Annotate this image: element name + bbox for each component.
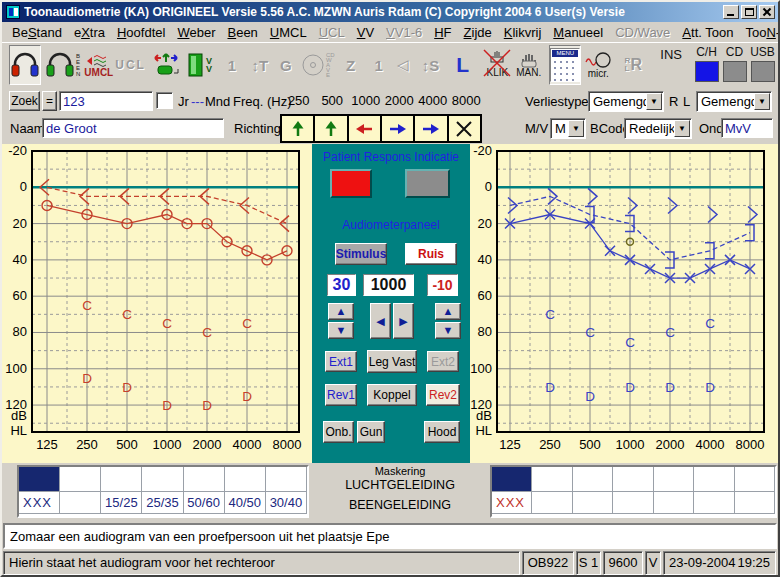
masking-header-cell[interactable]: [532, 467, 572, 492]
masking-header-cell[interactable]: [735, 467, 775, 492]
hood-button[interactable]: Hood: [424, 421, 460, 443]
equals-button[interactable]: =: [42, 91, 57, 111]
masking-table-right-ear[interactable]: XXX15/2525/3550/6040/5030/40: [17, 465, 309, 518]
zoek-button[interactable]: Zoek: [9, 91, 40, 111]
menu-item-bestand[interactable]: BeStand: [6, 24, 68, 41]
svg-text:D: D: [625, 380, 635, 395]
menu-item-zijde[interactable]: Zijde: [458, 24, 498, 41]
dropdown-arrow-icon[interactable]: ▼: [674, 120, 690, 137]
masking-header-cell[interactable]: [573, 467, 613, 492]
verliestype-links-dropdown[interactable]: Gemengd ▼: [696, 91, 772, 112]
masking-header-cell[interactable]: [101, 467, 142, 492]
microfoon-button[interactable]: micr.: [585, 45, 611, 85]
menu-button[interactable]: MENU: [549, 45, 581, 85]
app-icon[interactable]: [6, 5, 20, 19]
richting-button-right-3[interactable]: [382, 116, 415, 141]
ond-input[interactable]: [721, 118, 773, 138]
masking-value-cell[interactable]: [532, 492, 572, 514]
links-kanaal-button[interactable]: L: [453, 45, 473, 85]
freq-up-button[interactable]: ▶: [393, 303, 414, 339]
level-up-button[interactable]: ▲: [328, 303, 354, 320]
jr-field[interactable]: [156, 92, 173, 109]
zoek-input[interactable]: [59, 91, 153, 111]
minimize-button[interactable]: [723, 5, 739, 19]
masking-value-cell[interactable]: 25/35: [142, 492, 183, 514]
richting-button-right-4[interactable]: [415, 116, 448, 141]
masking-value-cell[interactable]: [573, 492, 613, 514]
masking-header-cell[interactable]: [225, 467, 266, 492]
leg-vast-button[interactable]: Leg Vast: [367, 350, 417, 373]
dropdown-arrow-icon[interactable]: ▼: [646, 93, 662, 110]
level-down-button[interactable]: ▼: [328, 322, 354, 339]
menu-item-extra[interactable]: eXtra: [68, 24, 111, 41]
freq-down-button[interactable]: ◀: [370, 303, 391, 339]
masking-up-button[interactable]: ▲: [435, 303, 461, 320]
maximize-icon: [745, 8, 754, 16]
menu-item-been[interactable]: Been: [221, 24, 263, 41]
masking-table-left-ear[interactable]: XXX: [490, 465, 777, 518]
hoofdtelefoon-button[interactable]: [9, 45, 41, 85]
menu-item-umcl[interactable]: UMCL: [264, 24, 313, 41]
ruis-button[interactable]: Ruis: [405, 243, 457, 265]
verliestype-rechts-dropdown[interactable]: Gemengd ▼: [588, 91, 664, 112]
ext2-button[interactable]: Ext2: [427, 351, 459, 372]
masking-value-cell[interactable]: [654, 492, 694, 514]
klik-button[interactable]: KLIK: [487, 45, 509, 85]
menu-item-toon-toon[interactable]: TooN-Toon: [739, 24, 780, 41]
masking-value-cell[interactable]: 40/50: [225, 492, 266, 514]
masking-header-cell[interactable]: [19, 467, 60, 492]
menu-item-hoofdtel[interactable]: Hoofdtel: [111, 24, 171, 41]
stimulus-button[interactable]: Stimulus: [335, 243, 387, 265]
masking-header-cell[interactable]: [654, 467, 694, 492]
vrije-veld-button[interactable]: VV: [188, 45, 212, 85]
menu-item-weber[interactable]: Weber: [171, 24, 221, 41]
richting-button-cross-5[interactable]: [449, 116, 480, 141]
dropdown-arrow-icon[interactable]: ▼: [568, 120, 584, 137]
masking-value-cell[interactable]: XXX: [19, 492, 60, 514]
koppel-button[interactable]: Koppel: [367, 384, 417, 406]
menu-item-manueel[interactable]: Manueel: [547, 24, 609, 41]
masking-value-cell[interactable]: [613, 492, 653, 514]
richting-button-left-2[interactable]: [349, 116, 382, 141]
axis-labels: -20020406080100120dBHL125250500100020004…: [470, 144, 764, 452]
menu-item-vv[interactable]: VV: [351, 24, 380, 41]
masking-header-cell[interactable]: [60, 467, 101, 492]
bcode-dropdown[interactable]: Redelijk ▼: [624, 118, 692, 139]
richting-tool-button[interactable]: [150, 45, 182, 85]
richting-button-up-0[interactable]: [282, 116, 315, 141]
audiogram-left-ear-chart[interactable]: CCCCCDDDDD-20020406080100120dBHL12525050…: [470, 144, 780, 460]
close-button[interactable]: [759, 5, 775, 19]
masking-value-cell[interactable]: XXX: [492, 492, 532, 514]
masking-header-cell[interactable]: [266, 467, 307, 492]
mv-dropdown[interactable]: M ▼: [550, 118, 586, 139]
rev2-button[interactable]: Rev2: [426, 384, 460, 406]
manueel-button[interactable]: MAN.: [516, 45, 541, 85]
dropdown-arrow-icon[interactable]: ▼: [754, 93, 770, 110]
masking-value-cell[interactable]: [694, 492, 734, 514]
richting-button-up-1[interactable]: [315, 116, 348, 141]
masking-header-cell[interactable]: [492, 467, 532, 492]
maximize-button[interactable]: [741, 5, 757, 19]
masking-value-cell[interactable]: 50/60: [184, 492, 225, 514]
masking-value-cell[interactable]: 15/25: [101, 492, 142, 514]
masking-header-cell[interactable]: [142, 467, 183, 492]
menu-item-klikvrij[interactable]: Klikvrij: [498, 24, 548, 41]
gun-button[interactable]: Gun: [357, 421, 385, 443]
umcl-button[interactable]: UMCL: [84, 45, 113, 85]
menu-item-att-toon[interactable]: Att. Toon: [676, 24, 739, 41]
masking-down-button[interactable]: ▼: [435, 322, 461, 339]
svg-text:dB: dB: [11, 408, 27, 423]
ext1-button[interactable]: Ext1: [325, 351, 357, 372]
masking-header-cell[interactable]: [613, 467, 653, 492]
masking-value-cell[interactable]: 30/40: [266, 492, 307, 514]
menu-item-hf[interactable]: HF: [428, 24, 457, 41]
been-geleider-button[interactable]: BEEN: [45, 45, 80, 85]
masking-value-cell[interactable]: [60, 492, 101, 514]
naam-input[interactable]: [42, 118, 224, 138]
masking-value-cell[interactable]: [735, 492, 775, 514]
masking-header-cell[interactable]: [184, 467, 225, 492]
onbekend-button[interactable]: Onb.: [323, 421, 354, 443]
rev1-button[interactable]: Rev1: [325, 384, 357, 406]
audiogram-right-ear-chart[interactable]: CCCCCDDDDD-20020406080100120dBHL12525050…: [2, 144, 312, 460]
masking-header-cell[interactable]: [694, 467, 734, 492]
